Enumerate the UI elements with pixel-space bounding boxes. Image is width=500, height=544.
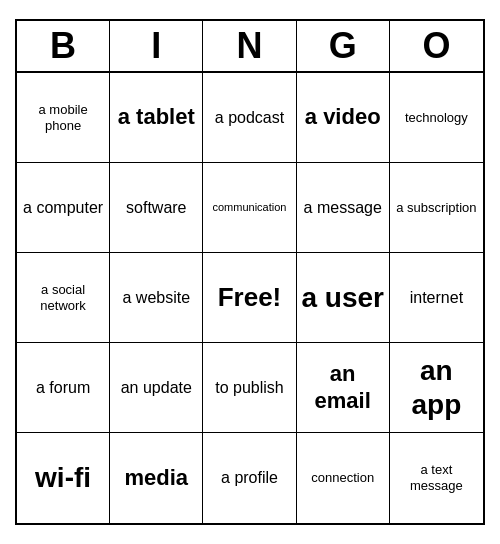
bingo-cell: Free! bbox=[203, 253, 296, 343]
header-letter: B bbox=[17, 21, 110, 71]
cell-text: a tablet bbox=[118, 104, 195, 130]
bingo-cell: technology bbox=[390, 73, 483, 163]
bingo-grid: a mobile phonea tableta podcasta videote… bbox=[17, 73, 483, 523]
cell-text: a message bbox=[304, 198, 382, 217]
cell-text: Free! bbox=[218, 282, 282, 313]
bingo-cell: a video bbox=[297, 73, 390, 163]
cell-text: a video bbox=[305, 104, 381, 130]
bingo-cell: an app bbox=[390, 343, 483, 433]
bingo-cell: an update bbox=[110, 343, 203, 433]
bingo-cell: a computer bbox=[17, 163, 110, 253]
cell-text: wi-fi bbox=[35, 461, 91, 495]
cell-text: a forum bbox=[36, 378, 90, 397]
cell-text: a profile bbox=[221, 468, 278, 487]
bingo-cell: communication bbox=[203, 163, 296, 253]
header-letter: I bbox=[110, 21, 203, 71]
cell-text: a user bbox=[301, 281, 384, 315]
cell-text: an app bbox=[394, 354, 479, 421]
cell-text: an update bbox=[121, 378, 192, 397]
cell-text: connection bbox=[311, 470, 374, 486]
cell-text: a computer bbox=[23, 198, 103, 217]
bingo-cell: a user bbox=[297, 253, 390, 343]
cell-text: communication bbox=[213, 201, 287, 214]
cell-text: a social network bbox=[21, 282, 105, 313]
cell-text: an email bbox=[301, 361, 385, 414]
bingo-cell: a message bbox=[297, 163, 390, 253]
cell-text: software bbox=[126, 198, 186, 217]
bingo-card: BINGO a mobile phonea tableta podcasta v… bbox=[15, 19, 485, 525]
bingo-cell: a profile bbox=[203, 433, 296, 523]
bingo-cell: a subscription bbox=[390, 163, 483, 253]
bingo-cell: a website bbox=[110, 253, 203, 343]
cell-text: media bbox=[124, 465, 188, 491]
bingo-cell: a forum bbox=[17, 343, 110, 433]
bingo-cell: a tablet bbox=[110, 73, 203, 163]
bingo-cell: a podcast bbox=[203, 73, 296, 163]
cell-text: a podcast bbox=[215, 108, 284, 127]
bingo-cell: to publish bbox=[203, 343, 296, 433]
bingo-cell: wi-fi bbox=[17, 433, 110, 523]
bingo-cell: a social network bbox=[17, 253, 110, 343]
cell-text: a text message bbox=[394, 462, 479, 493]
cell-text: technology bbox=[405, 110, 468, 126]
bingo-cell: software bbox=[110, 163, 203, 253]
cell-text: a subscription bbox=[396, 200, 476, 216]
header-letter: G bbox=[297, 21, 390, 71]
bingo-cell: a mobile phone bbox=[17, 73, 110, 163]
bingo-cell: an email bbox=[297, 343, 390, 433]
header-letter: O bbox=[390, 21, 483, 71]
cell-text: internet bbox=[410, 288, 463, 307]
bingo-header: BINGO bbox=[17, 21, 483, 73]
cell-text: to publish bbox=[215, 378, 284, 397]
header-letter: N bbox=[203, 21, 296, 71]
bingo-cell: media bbox=[110, 433, 203, 523]
bingo-cell: internet bbox=[390, 253, 483, 343]
cell-text: a website bbox=[122, 288, 190, 307]
bingo-cell: connection bbox=[297, 433, 390, 523]
cell-text: a mobile phone bbox=[21, 102, 105, 133]
bingo-cell: a text message bbox=[390, 433, 483, 523]
